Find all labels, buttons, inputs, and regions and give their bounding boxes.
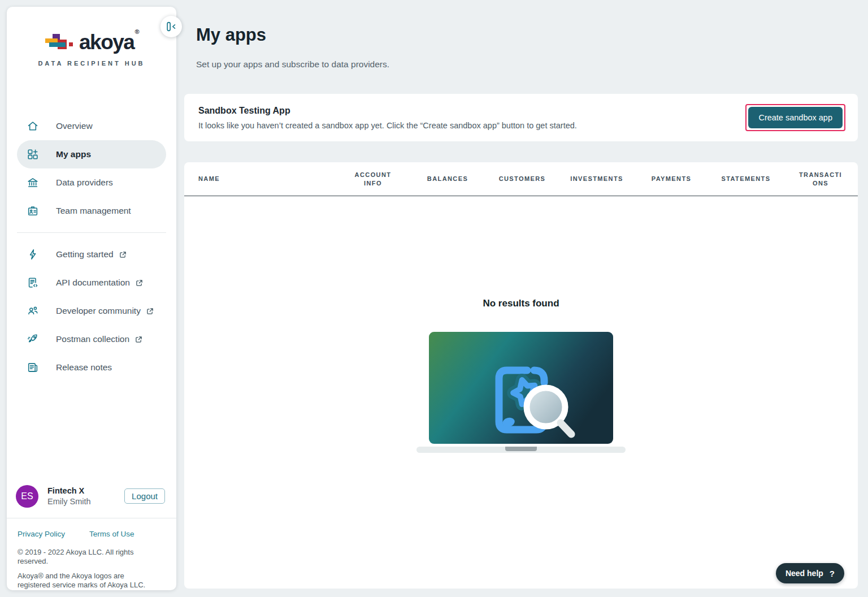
sidebar-item-team-management[interactable]: Team management — [17, 197, 166, 225]
sidebar-item-developer-community[interactable]: Developer community — [17, 297, 166, 325]
sidebar-bottom: ES Fintech X Emily Smith Logout Privacy … — [7, 477, 176, 591]
sidebar-item-data-providers[interactable]: Data providers — [17, 168, 166, 197]
user-row: ES Fintech X Emily Smith Logout — [7, 477, 176, 518]
sidebar-item-label: Release notes — [56, 362, 112, 373]
sidebar-item-overview[interactable]: Overview — [17, 112, 166, 140]
bank-icon — [26, 176, 40, 189]
column-header-customers: CUSTOMERS — [485, 175, 559, 183]
akoya-logo-icon — [45, 34, 75, 51]
collapse-panel-icon — [165, 20, 177, 33]
sidebar-item-label: Postman collection — [56, 334, 129, 344]
empty-state: No results found — [184, 298, 858, 453]
api-doc-icon — [26, 276, 40, 289]
brand-tagline: DATA RECIPIENT HUB — [7, 60, 176, 67]
community-icon — [26, 305, 40, 317]
sidebar-item-label: Overview — [56, 121, 93, 131]
main-content: My apps Set up your apps and subscribe t… — [184, 0, 858, 597]
home-icon — [26, 120, 40, 132]
apps-table-card: NAME ACCOUNT INFO BALANCES CUSTOMERS INV… — [184, 162, 858, 589]
user-name: Emily Smith — [47, 497, 124, 506]
trademark-text: Akoya® and the Akoya logos are registere… — [18, 572, 159, 590]
laptop-search-illustration — [416, 332, 626, 453]
column-header-investments: INVESTMENTS — [559, 175, 634, 183]
create-sandbox-app-button[interactable]: Create sandbox app — [748, 107, 843, 128]
brand: akoya® DATA RECIPIENT HUB — [7, 32, 176, 67]
sidebar-divider — [17, 232, 166, 233]
page-subtitle: Set up your apps and subscribe to data p… — [196, 59, 389, 70]
sidebar-item-label: My apps — [56, 149, 91, 159]
external-link-icon — [119, 251, 127, 258]
sidebar-item-getting-started[interactable]: Getting started — [17, 240, 166, 269]
sidebar-item-label: API documentation — [56, 278, 130, 288]
sidebar-item-label: Getting started — [56, 249, 114, 259]
sidebar-item-my-apps[interactable]: My apps — [17, 140, 166, 168]
external-link-icon — [146, 308, 154, 315]
no-results-title: No results found — [184, 298, 858, 309]
question-mark-icon: ? — [830, 569, 835, 578]
sidebar-item-label: Team management — [56, 206, 131, 216]
sandbox-testing-card: Sandbox Testing App It looks like you ha… — [184, 94, 858, 141]
need-help-label: Need help — [785, 569, 823, 578]
logout-button[interactable]: Logout — [124, 488, 165, 504]
notes-icon — [26, 361, 40, 374]
sidebar: akoya® DATA RECIPIENT HUB Overview My — [7, 7, 176, 590]
avatar: ES — [16, 485, 38, 508]
page-title: My apps — [196, 25, 266, 45]
create-sandbox-highlight-ring: Create sandbox app — [745, 104, 845, 131]
apps-icon — [26, 148, 40, 161]
sidebar-footer: Privacy Policy Terms of Use © 2019 - 202… — [7, 518, 176, 591]
rocket-icon — [26, 333, 40, 345]
column-header-transactions: TRANSACTIONS — [783, 171, 858, 188]
brand-wordmark: akoya® — [79, 32, 138, 53]
copyright-text: © 2019 - 2022 Akoya LLC. All rights rese… — [18, 548, 165, 566]
sidebar-item-release-notes[interactable]: Release notes — [17, 353, 166, 382]
sidebar-item-api-documentation[interactable]: API documentation — [17, 269, 166, 297]
badge-icon — [26, 205, 40, 217]
column-header-statements: STATEMENTS — [709, 175, 783, 183]
sandbox-card-title: Sandbox Testing App — [198, 106, 577, 116]
column-header-balances: BALANCES — [410, 175, 485, 183]
external-link-icon — [135, 336, 142, 343]
sidebar-item-label: Data providers — [56, 178, 113, 188]
column-header-account-info: ACCOUNT INFO — [336, 171, 410, 188]
bolt-icon — [26, 248, 40, 261]
column-header-name: NAME — [184, 175, 336, 183]
sidebar-item-postman-collection[interactable]: Postman collection — [17, 325, 166, 353]
sidebar-nav: Overview My apps Data provi — [7, 112, 176, 382]
registered-mark: ® — [134, 28, 138, 35]
terms-of-use-link[interactable]: Terms of Use — [89, 530, 134, 538]
sandbox-card-description: It looks like you haven’t created a sand… — [198, 121, 577, 130]
user-org: Fintech X — [47, 486, 124, 495]
external-link-icon — [136, 279, 143, 287]
sidebar-item-label: Developer community — [56, 306, 141, 316]
need-help-button[interactable]: Need help ? — [776, 563, 844, 583]
column-header-payments: PAYMENTS — [634, 175, 709, 183]
table-header-row: NAME ACCOUNT INFO BALANCES CUSTOMERS INV… — [184, 162, 858, 196]
privacy-policy-link[interactable]: Privacy Policy — [18, 530, 65, 538]
